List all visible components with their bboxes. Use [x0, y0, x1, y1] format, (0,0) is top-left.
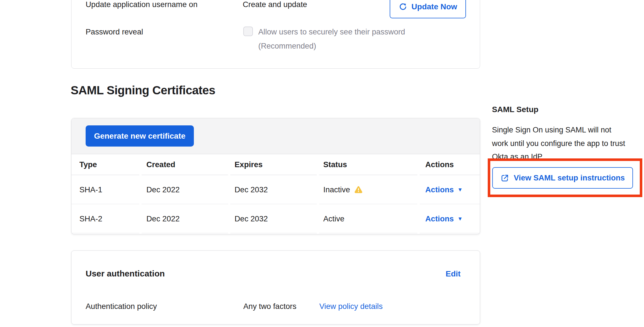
status-text: Active: [323, 214, 344, 223]
cell-actions: Actions ▼: [420, 175, 480, 204]
certificates-panel: Generate new certificate Type Created Ex…: [71, 118, 480, 234]
sign-on-settings-panel: Update application username on Create an…: [71, 0, 480, 69]
actions-dropdown-sha1[interactable]: Actions ▼: [425, 185, 463, 194]
cell-created: Dec 2022: [142, 175, 228, 204]
refresh-icon: [398, 2, 407, 11]
certificates-toolbar: Generate new certificate: [71, 118, 480, 154]
cell-created: Dec 2022: [142, 204, 228, 233]
cell-expires: Dec 2032: [230, 204, 317, 233]
actions-dropdown-sha2[interactable]: Actions ▼: [425, 214, 463, 223]
cell-actions: Actions ▼: [420, 204, 480, 233]
edit-link[interactable]: Edit: [446, 269, 461, 278]
view-policy-details-link[interactable]: View policy details: [319, 302, 383, 311]
warning-icon: [354, 185, 363, 194]
header-status: Status: [319, 154, 417, 175]
caret-down-icon: ▼: [457, 216, 463, 221]
caret-down-icon: ▼: [457, 187, 463, 192]
saml-setup-description: Single Sign On using SAML will not work …: [492, 123, 628, 164]
update-now-label: Update Now: [411, 2, 457, 11]
status-text: Inactive: [323, 185, 350, 194]
authentication-policy-label: Authentication policy: [86, 302, 157, 311]
authentication-policy-value: Any two factors: [243, 302, 296, 311]
cell-type: SHA-1: [71, 175, 139, 204]
header-expires: Expires: [230, 154, 317, 175]
generate-new-certificate-button[interactable]: Generate new certificate: [86, 125, 194, 147]
actions-label: Actions: [425, 185, 454, 194]
saml-setup-heading: SAML Setup: [492, 105, 538, 114]
certificates-table-header: Type Created Expires Status Actions: [71, 154, 480, 175]
cell-status: Active: [319, 204, 417, 233]
table-row-sha2: SHA-2 Dec 2022 Dec 2032 Active Actions ▼: [71, 204, 480, 233]
password-reveal-recommended-note: (Recommended): [258, 41, 316, 51]
username-update-value: Create and update: [243, 0, 307, 9]
actions-label: Actions: [425, 214, 454, 223]
view-saml-setup-instructions-label: View SAML setup instructions: [514, 173, 625, 182]
view-saml-setup-instructions-button[interactable]: View SAML setup instructions: [492, 167, 633, 189]
cell-type: SHA-2: [71, 204, 139, 233]
table-row-sha1: SHA-1 Dec 2022 Dec 2032 Inactive Actions…: [71, 175, 480, 204]
cell-expires: Dec 2032: [230, 175, 317, 204]
okta-app-settings-page: Update application username on Create an…: [0, 0, 644, 327]
update-now-button[interactable]: Update Now: [390, 0, 466, 18]
user-authentication-panel: User authentication Edit Authentication …: [71, 250, 480, 324]
header-type: Type: [71, 154, 139, 175]
username-update-label: Update application username on: [86, 0, 198, 9]
password-reveal-checkbox-label: Allow users to securely see their passwo…: [258, 27, 405, 37]
header-actions: Actions: [420, 154, 480, 175]
cell-status: Inactive: [319, 175, 417, 204]
user-authentication-title: User authentication: [86, 269, 165, 278]
header-created: Created: [142, 154, 228, 175]
saml-signing-certificates-heading: SAML Signing Certificates: [71, 84, 215, 97]
password-reveal-label: Password reveal: [86, 27, 143, 37]
external-link-icon: [500, 174, 509, 182]
password-reveal-checkbox[interactable]: [243, 27, 253, 36]
